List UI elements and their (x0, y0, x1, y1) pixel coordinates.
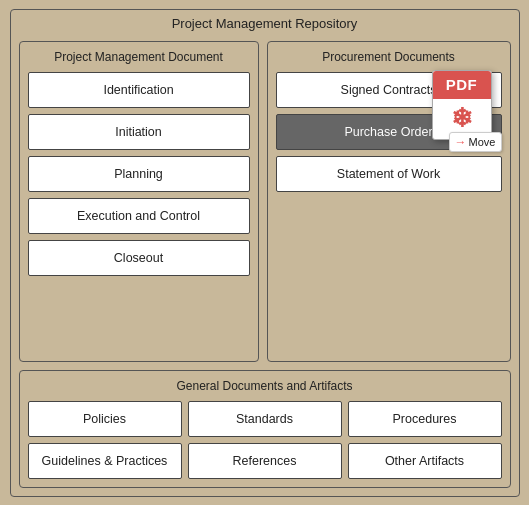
left-panel-title: Project Management Document (28, 50, 250, 64)
bottom-panel: General Documents and Artifacts Policies… (19, 370, 511, 488)
bottom-grid: Policies Standards Procedures Guidelines… (28, 401, 502, 479)
btn-procedures[interactable]: Procedures (348, 401, 502, 437)
purchase-order-row: Purchase Order ↙ (276, 114, 502, 150)
btn-signed-contracts[interactable]: Signed Contracts (276, 72, 502, 108)
btn-other-artifacts[interactable]: Other Artifacts (348, 443, 502, 479)
btn-closeout[interactable]: Closeout (28, 240, 250, 276)
btn-guidelines-practices[interactable]: Guidelines & Practices (28, 443, 182, 479)
bottom-panel-title: General Documents and Artifacts (28, 379, 502, 393)
btn-initiation[interactable]: Initiation (28, 114, 250, 150)
btn-references[interactable]: References (188, 443, 342, 479)
right-panel-title: Procurement Documents (276, 50, 502, 64)
btn-standards[interactable]: Standards (188, 401, 342, 437)
btn-statement-of-work[interactable]: Statement of Work (276, 156, 502, 192)
outer-container: Project Management Repository Project Ma… (10, 9, 520, 497)
btn-policies[interactable]: Policies (28, 401, 182, 437)
btn-planning[interactable]: Planning (28, 156, 250, 192)
left-panel: Project Management Document Identificati… (19, 41, 259, 362)
page-title: Project Management Repository (19, 16, 511, 31)
btn-execution-and-control[interactable]: Execution and Control (28, 198, 250, 234)
btn-identification[interactable]: Identification (28, 72, 250, 108)
btn-purchase-order[interactable]: Purchase Order (276, 114, 502, 150)
top-section: Project Management Document Identificati… (19, 41, 511, 362)
right-panel: Procurement Documents Signed Contracts P… (267, 41, 511, 362)
